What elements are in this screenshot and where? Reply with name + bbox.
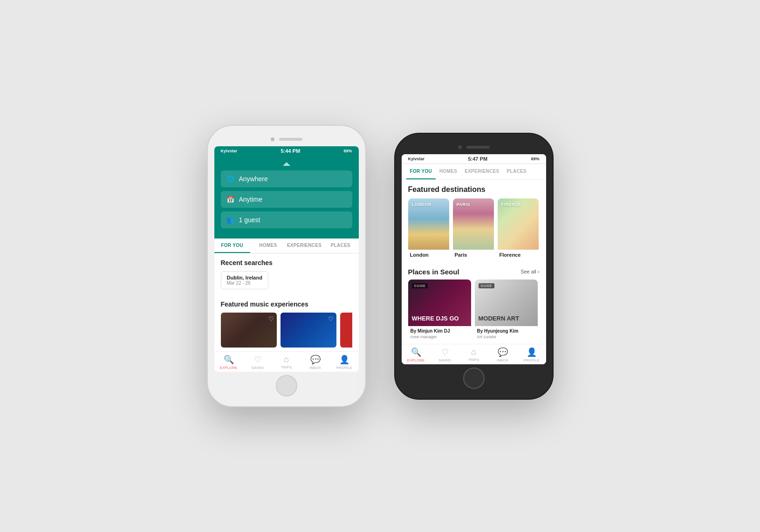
nav-inbox-2[interactable]: 💬 INBOX xyxy=(488,347,517,362)
tab-homes-2[interactable]: HOMES xyxy=(436,164,461,179)
music-card-2[interactable]: ♡ xyxy=(281,313,336,348)
trips-label-1: TRIPS xyxy=(281,365,292,369)
guide-djs-image: GUIDE WHERE DJS GO xyxy=(408,280,471,326)
dest-florence[interactable]: FIRENZE Florence xyxy=(498,198,539,258)
heart-icon-1[interactable]: ♡ xyxy=(268,315,274,322)
florence-name: Florence xyxy=(498,250,539,258)
guide-art-image: GUIDE MODERN ART xyxy=(475,280,538,326)
nav-explore-1[interactable]: 🔍 EXPLORE xyxy=(214,355,243,370)
saved-label-2: SAVED xyxy=(438,358,451,362)
speaker-bar xyxy=(279,138,302,141)
speaker-bar-2 xyxy=(466,146,490,149)
guide-author-1: By Minjun Kim DJ xyxy=(408,326,471,334)
music-cards-list: ♡ ♡ xyxy=(221,313,352,348)
phone2-tabs-bar: FOR YOU HOMES EXPERIENCES PLACES xyxy=(402,164,546,180)
music-card-1[interactable]: ♡ xyxy=(221,313,277,348)
phone1-bottom-nav: 🔍 EXPLORE ♡ SAVED ⌂ TRIPS 💬 INBOX 👤 xyxy=(214,351,359,372)
places-title: Places in Seoul xyxy=(408,268,459,276)
tab-for-you-2[interactable]: FOR YOU xyxy=(406,164,436,179)
inbox-label-2: INBOX xyxy=(497,358,508,362)
time-2: 5:47 PM xyxy=(468,156,487,162)
guests-text: 1 guest xyxy=(239,216,260,224)
profile-icon-1: 👤 xyxy=(339,355,349,365)
guests-row[interactable]: 👥 1 guest xyxy=(221,211,352,228)
nav-explore-2[interactable]: 🔍 EXPLORE xyxy=(402,347,431,362)
tab-homes-1[interactable]: HOMES xyxy=(250,239,286,253)
phone1-screen: Kyivstar 5:44 PM 69% 🌐 Anywhere 📅 Anytim… xyxy=(214,146,359,372)
time-1: 5:44 PM xyxy=(281,148,300,154)
recent-search-item[interactable]: Dublin, Ireland Mar 22 - 26 xyxy=(221,271,268,289)
dest-paris[interactable]: PARIS Paris xyxy=(453,198,494,258)
see-all-link[interactable]: See all › xyxy=(520,269,539,274)
phone-top xyxy=(214,132,359,146)
saved-icon-2: ♡ xyxy=(441,347,449,357)
places-in-seoul-section: Places in Seoul See all › GUIDE WHERE DJ… xyxy=(402,263,546,344)
guide-author-2: By Hyunjeung Kim xyxy=(475,326,538,334)
phone2-screen: Kyivstar 5:47 PM 69% FOR YOU HOMES EXPER… xyxy=(402,154,546,364)
nav-saved-2[interactable]: ♡ SAVED xyxy=(431,347,459,362)
guide-role-1: crew manager xyxy=(408,334,471,339)
search-panel: 🌐 Anywhere 📅 Anytime 👥 1 guest xyxy=(214,156,359,239)
saved-icon-1: ♡ xyxy=(254,355,261,365)
heart-icon-2[interactable]: ♡ xyxy=(328,315,334,322)
calendar-icon: 📅 xyxy=(226,196,234,203)
paris-image: PARIS xyxy=(453,198,494,250)
tab-for-you-1[interactable]: FOR YOU xyxy=(214,239,250,253)
phone1-bottom xyxy=(214,372,359,400)
trips-label-2: TRIPS xyxy=(468,358,479,362)
guide-badge-2: GUIDE xyxy=(479,283,495,288)
nav-saved-1[interactable]: ♡ SAVED xyxy=(243,355,272,370)
guide-cards-list: GUIDE WHERE DJS GO By Minjun Kim DJ crew… xyxy=(408,280,540,339)
battery-2: 69% xyxy=(531,157,539,161)
guide-card-djs[interactable]: GUIDE WHERE DJS GO By Minjun Kim DJ crew… xyxy=(408,280,471,339)
anytime-text: Anytime xyxy=(239,196,263,203)
inbox-label-1: INBOX xyxy=(309,366,321,370)
tab-experiences-2[interactable]: EXPERIENCES xyxy=(461,164,503,179)
chevron-up-icon xyxy=(283,162,290,166)
anywhere-row[interactable]: 🌐 Anywhere xyxy=(221,171,352,187)
nav-trips-2[interactable]: ⌂ TRIPS xyxy=(459,347,488,362)
saved-label-1: SAVED xyxy=(251,366,264,370)
dest-london[interactable]: LONDON London xyxy=(408,198,449,258)
places-header: Places in Seoul See all › xyxy=(408,268,540,276)
music-card-3[interactable] xyxy=(340,313,352,348)
carrier-2: Kyivstar xyxy=(408,157,425,161)
guests-icon: 👥 xyxy=(226,216,234,224)
paris-name: Paris xyxy=(453,250,494,258)
nav-profile-2[interactable]: 👤 PROFILE xyxy=(517,347,546,362)
recent-searches-title: Recent searches xyxy=(221,259,352,266)
anytime-row[interactable]: 📅 Anytime xyxy=(221,191,352,208)
tab-places-1[interactable]: PLACES xyxy=(322,239,358,253)
home-button-1[interactable] xyxy=(276,375,297,396)
recent-searches-section: Recent searches Dublin, Ireland Mar 22 -… xyxy=(214,253,359,295)
guide-card-art[interactable]: GUIDE MODERN ART By Hyunjeung Kim Art cu… xyxy=(475,280,538,339)
explore-label-2: EXPLORE xyxy=(407,358,425,362)
anywhere-text: Anywhere xyxy=(239,175,268,183)
tab-places-2[interactable]: PLACES xyxy=(503,164,530,179)
collapse-button[interactable] xyxy=(221,160,352,171)
nav-profile-1[interactable]: 👤 PROFILE xyxy=(330,355,359,370)
florence-image: FIRENZE xyxy=(498,198,539,250)
globe-icon: 🌐 xyxy=(226,175,234,183)
featured-dest-title: Featured destinations xyxy=(408,185,540,194)
nav-trips-1[interactable]: ⌂ TRIPS xyxy=(272,355,301,370)
london-label: LONDON xyxy=(412,202,431,207)
paris-label: PARIS xyxy=(457,202,470,207)
profile-icon-2: 👤 xyxy=(527,347,537,357)
featured-destinations-section: Featured destinations LONDON London xyxy=(402,180,546,263)
trips-icon-1: ⌂ xyxy=(284,355,289,364)
featured-music-title: Featured music experiences xyxy=(221,300,352,308)
phone2-bottom xyxy=(402,364,546,392)
home-button-2[interactable] xyxy=(463,368,485,389)
destination-cards: LONDON London PARIS Paris xyxy=(408,198,540,258)
explore-label-1: EXPLORE xyxy=(220,366,238,370)
phone2-content: Featured destinations LONDON London xyxy=(402,180,546,344)
profile-label-1: PROFILE xyxy=(336,366,352,370)
london-image: LONDON xyxy=(408,198,449,250)
florence-label: FIRENZE xyxy=(501,202,521,207)
nav-inbox-1[interactable]: 💬 INBOX xyxy=(301,355,330,370)
phone-dark: Kyivstar 5:47 PM 69% FOR YOU HOMES EXPER… xyxy=(394,133,554,400)
profile-label-2: PROFILE xyxy=(523,358,539,362)
status-bar-1: Kyivstar 5:44 PM 69% xyxy=(214,146,359,156)
tab-experiences-1[interactable]: EXPERIENCES xyxy=(286,239,322,253)
